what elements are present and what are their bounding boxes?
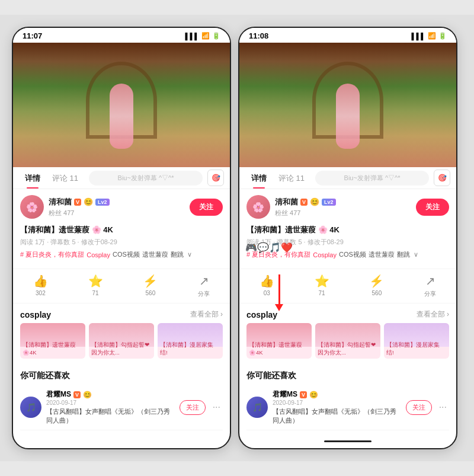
content-meta-right: 阅读 1万 · 弹幕数 5 · 修改于08-29	[246, 238, 449, 247]
cosplay-card-0-right[interactable]: 【清和菌】遗世蒹葭 🌸4K	[246, 323, 312, 359]
rec-avatar-0-right[interactable]: 🎵	[246, 397, 268, 418]
rec-date-0-left: 2020-09-17	[46, 400, 175, 406]
phone-right: 11:08 ▌▌▌ 📶 🔋 详情 评论 11 Biu~发射弹幕 ^▽^* 🎯 🌸	[238, 27, 457, 449]
action-fav-right[interactable]: ⭐ 71	[315, 274, 329, 298]
cosplay-more-left[interactable]: 查看全部 ›	[190, 309, 223, 320]
tag-cos-right[interactable]: COS视频	[339, 250, 366, 259]
rec-follow-btn-0-right[interactable]: 关注	[406, 400, 432, 415]
rec-name-0-left: 君耀MS	[46, 389, 71, 400]
rec-more-btn-0-right[interactable]: ···	[437, 402, 449, 413]
tag-fan-right[interactable]: 翻跳	[397, 250, 410, 259]
rec-desc-0-right: 【古风翻唱】女声翻唱《无垢》（剑三乃秀同人曲）	[273, 407, 401, 425]
danmu-input-right[interactable]: Biu~发射弹幕 ^▽^*	[315, 171, 429, 186]
tag-summer-right[interactable]: # 夏日炎炎，有你真甜	[246, 250, 310, 259]
cosplay-header-right: cosplay 查看全部 ›	[239, 304, 456, 323]
author-name-row-right: 清和菌 V 😊 Lv2	[275, 197, 411, 207]
status-icons-right: ▌▌▌ 📶 🔋	[412, 32, 447, 40]
level-badge-left: Lv2	[95, 199, 110, 206]
danmu-icon-btn-left[interactable]: 🎯	[207, 170, 224, 186]
tag-fan-left[interactable]: 翻跳	[171, 250, 184, 259]
cosplay-card-text-1-right: 【清和菌】勾指起誓❤因为你太...	[318, 341, 378, 356]
cosplay-card-2-left[interactable]: 【清和菌】漫居家集结!	[158, 323, 223, 359]
recommend-title-left: 你可能还喜欢	[20, 370, 70, 381]
action-coin-right[interactable]: ⚡ 560	[369, 274, 384, 298]
status-time-left: 11:07	[23, 31, 42, 40]
cosplay-title-right: cosplay	[246, 310, 277, 320]
actions-wrapper-right: 👍 03 ⭐ 71 ⚡ 560 ↗ 分享 🎮💬🎵❤️	[239, 269, 456, 304]
tag-summer-left[interactable]: # 夏日炎炎，有你真甜	[20, 250, 84, 259]
wifi-icon-right: 📶	[428, 32, 436, 40]
tag-cosplay-left[interactable]: Cosplay	[87, 251, 110, 258]
rec-avatar-0-left[interactable]: 🎵	[20, 397, 41, 418]
status-bar-left: 11:07 ▌▌▌ 📶 🔋	[13, 28, 230, 43]
tab-comment-left[interactable]: 评论 11	[46, 167, 84, 189]
tab-comment-right[interactable]: 评论 11	[273, 167, 310, 189]
avatar-right[interactable]: 🌸	[246, 195, 270, 219]
coin-count-left: 560	[146, 290, 156, 296]
rec-desc-0-left: 【古风翻唱】女声翻唱《无垢》（剑三乃秀同人曲）	[46, 407, 175, 425]
action-coin-left[interactable]: ⚡ 560	[143, 274, 158, 298]
cosplay-title-left: cosplay	[20, 310, 51, 320]
actions-row-right: 👍 03 ⭐ 71 ⚡ 560 ↗ 分享	[239, 269, 456, 304]
status-bar-right: 11:08 ▌▌▌ 📶 🔋	[239, 28, 456, 43]
recommend-section-left: 🎵 君耀MS V 😊 2020-09-17 【古风翻唱】女声翻唱《无垢》（剑三乃…	[13, 385, 230, 436]
rec-name-row-0-right: 君耀MS V 😊	[273, 389, 401, 400]
action-share-right[interactable]: ↗ 分享	[424, 274, 436, 298]
author-fans-left: 粉丝 477	[49, 209, 185, 218]
author-name-left: 清和菌	[49, 197, 72, 207]
danmu-icon-btn-right[interactable]: 🎯	[434, 170, 450, 186]
tabs-bar-left: 详情 评论 11 Biu~发射弹幕 ^▽^* 🎯	[13, 167, 230, 189]
video-thumb-left[interactable]	[13, 43, 230, 167]
tags-row-left: # 夏日炎炎，有你真甜 Cosplay COS视频 遗世蒹葭 翻跳 ∨	[20, 250, 223, 259]
content-meta-left: 阅读 1万 · 弹幕数 5 · 修改于08-29	[20, 238, 223, 247]
tag-more-right[interactable]: ∨	[414, 251, 418, 258]
follow-btn-right[interactable]: 关注	[416, 199, 449, 216]
phone-left: 11:07 ▌▌▌ 📶 🔋 详情 评论 11 Biu~发射弹幕 ^▽^* �	[12, 27, 231, 449]
wifi-icon-left: 📶	[201, 32, 210, 40]
cosplay-card-0-left[interactable]: 【清和菌】遗世蒹葭 🌸4K	[20, 323, 85, 359]
danmu-input-left[interactable]: Biu~发射弹幕 ^▽^*	[89, 171, 203, 186]
like-count-right: 03	[264, 290, 270, 296]
rec-verified-0-right: V	[300, 391, 307, 398]
signal-icon-right: ▌▌▌	[412, 33, 425, 40]
author-fans-right: 粉丝 477	[275, 209, 411, 218]
recommend-header-left: 你可能还喜欢	[13, 365, 230, 385]
tag-cos-left[interactable]: COS视频	[113, 250, 140, 259]
rec-more-btn-0-left[interactable]: ···	[210, 402, 223, 413]
share-icon-left: ↗	[199, 274, 209, 288]
author-info-left: 清和菌 V 😊 Lv2 粉丝 477	[49, 197, 185, 218]
rec-info-0-left: 君耀MS V 😊 2020-09-17 【古风翻唱】女声翻唱《无垢》（剑三乃秀同…	[46, 389, 175, 425]
rec-verified-0-left: V	[73, 391, 81, 398]
author-section-right: 🌸 清和菌 V 😊 Lv2 粉丝 477 关注	[239, 189, 456, 225]
cosplay-card-text-2-left: 【清和菌】漫居家集结!	[160, 341, 220, 356]
action-like-left[interactable]: 👍 302	[33, 274, 48, 298]
emoji-left: 😊	[84, 197, 93, 206]
author-section-left: 🌸 清和菌 V 😊 Lv2 粉丝 477 关注	[13, 189, 230, 225]
cosplay-card-1-right[interactable]: 【清和菌】勾指起誓❤因为你太...	[315, 323, 380, 359]
video-thumb-right[interactable]	[239, 43, 456, 167]
follow-btn-left[interactable]: 关注	[190, 199, 223, 216]
tag-cosplay-right[interactable]: Cosplay	[313, 251, 337, 258]
share-label-right: 分享	[424, 290, 436, 298]
coin-icon-left: ⚡	[143, 274, 158, 288]
cosplay-cards-left: 【清和菌】遗世蒹葭 🌸4K 【清和菌】勾指起誓❤因为你太... 【清和菌】漫居家…	[13, 323, 230, 365]
like-count-left: 302	[36, 290, 46, 296]
rec-follow-btn-0-left[interactable]: 关注	[180, 400, 206, 415]
rec-name-row-0-left: 君耀MS V 😊	[46, 389, 175, 400]
action-like-right[interactable]: 👍 03	[260, 274, 274, 298]
action-fav-left[interactable]: ⭐ 71	[88, 274, 103, 298]
tab-detail-left[interactable]: 详情	[19, 167, 46, 189]
recommend-title-right: 你可能还喜欢	[246, 370, 296, 381]
tab-detail-right[interactable]: 详情	[245, 167, 273, 189]
cosplay-card-2-right[interactable]: 【清和菌】漫居家集结!	[384, 323, 449, 359]
cosplay-more-right[interactable]: 查看全部 ›	[417, 309, 449, 320]
tag-more-left[interactable]: ∨	[187, 251, 192, 258]
tag-yishi-left[interactable]: 遗世蒹葭	[142, 250, 168, 259]
content-section-left: 【清和菌】遗世蒹葭 🌸 4K 阅读 1万 · 弹幕数 5 · 修改于08-29 …	[13, 225, 230, 269]
verified-badge-left: V	[74, 199, 81, 206]
avatar-left[interactable]: 🌸	[20, 195, 44, 219]
tag-yishi-right[interactable]: 遗世蒹葭	[369, 250, 395, 259]
recommend-item-0-right: 🎵 君耀MS V 😊 2020-09-17 【古风翻唱】女声翻唱《无垢》（剑三乃…	[246, 385, 449, 430]
action-share-left[interactable]: ↗ 分享	[198, 274, 210, 298]
cosplay-card-1-left[interactable]: 【清和菌】勾指起誓❤因为你太...	[89, 323, 154, 359]
